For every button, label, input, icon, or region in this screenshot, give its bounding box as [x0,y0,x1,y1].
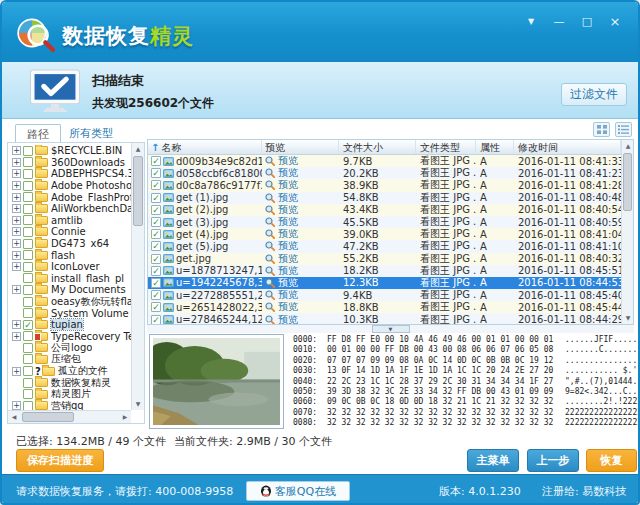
file-row[interactable]: ✓get (1).jpg预览54.8KB看图王 JPG ...A2016-01-… [148,192,621,204]
file-row[interactable]: ✓u=278465244,12382...预览10.3KB看图王 JPG ...… [148,313,621,324]
scroll-down-icon[interactable]: ▼ [622,312,634,324]
tree-checkbox[interactable] [23,262,33,272]
tree-checkbox[interactable] [23,192,33,202]
file-checkbox[interactable]: ✓ [151,302,161,312]
expand-icon[interactable]: + [12,251,21,260]
tree-checkbox[interactable] [23,378,33,388]
maximize-icon[interactable]: □ [578,14,596,30]
column-header[interactable]: 文件类型 [416,140,476,154]
close-icon[interactable]: × [606,14,624,30]
tree-item[interactable]: +✓tupian [9,319,131,331]
tree-item[interactable]: +$RECYCLE.BIN [9,145,131,157]
window-menu-icon[interactable]: ▼ [522,14,540,30]
file-row[interactable]: ✓get (5).jpg预览47.2KB看图王 JPG ...A2016-01-… [148,240,621,252]
thumbnail-view-icon[interactable] [593,122,610,137]
file-row[interactable]: ✓get (3).jpg预览45.5KB看图王 JPG ...A2016-01-… [148,216,621,228]
expand-icon[interactable]: + [12,181,21,190]
tree-checkbox[interactable] [23,204,33,214]
tree-checkbox[interactable] [23,146,33,156]
file-row[interactable]: ✓get (2).jpg预览43.4KB看图王 JPG ...A2016-01-… [148,204,621,216]
tree-checkbox[interactable] [23,157,33,167]
file-row[interactable]: ✓d0c8a786c9177f3e4...预览38.9KB看图王 JPG ...… [148,179,621,191]
expand-icon[interactable]: + [12,193,21,202]
file-checkbox[interactable]: ✓ [151,229,161,239]
scroll-up-icon[interactable]: ▲ [622,140,634,152]
preview-link[interactable]: 预览 [262,313,339,324]
tab-all-types[interactable]: 所有类型 [69,126,113,141]
save-scan-progress-button[interactable]: 保存扫描进度 [16,449,104,472]
tree-checkbox[interactable] [23,169,33,179]
expand-icon[interactable]: + [12,204,21,213]
file-checkbox[interactable]: ✓ [151,168,161,178]
file-row[interactable]: ✓u=1878713247,1242...预览18.2KB看图王 JPG ...… [148,265,621,277]
file-checkbox[interactable]: ✓ [151,193,161,203]
detail-view-icon[interactable] [615,122,632,137]
file-row[interactable]: ✓d058ccbf6c81800a0...预览20.2KB看图王 JPG ...… [148,167,621,179]
expand-icon[interactable]: + [12,158,21,167]
tree-item[interactable]: +flash [9,249,131,261]
file-checkbox[interactable]: ✓ [151,266,161,276]
scroll-up-icon[interactable]: ▲ [132,143,144,155]
tree-checkbox[interactable] [23,250,33,260]
tree-checkbox[interactable] [23,389,33,399]
tree-item[interactable]: +AliWorkbenchData [9,203,131,215]
file-checkbox[interactable]: ✓ [151,156,161,166]
expand-icon[interactable]: + [12,401,21,410]
expand-icon[interactable]: + [12,146,21,155]
tree-item[interactable]: oeasy教你玩转flas [9,296,131,308]
tree-item[interactable]: +360Downloads [9,157,131,169]
expand-icon[interactable]: + [12,239,21,248]
tree-checkbox[interactable] [23,308,33,318]
tree-item[interactable]: +Adobe Photoshop C [9,180,131,192]
qq-support-button[interactable]: 客服QQ在线 [246,481,350,501]
file-checkbox[interactable]: ✓ [151,278,161,288]
column-header[interactable]: 预览 [262,140,339,154]
tree-item[interactable]: +营销qq [9,400,131,410]
tree-item[interactable]: +Adobe_FlashProfes [9,191,131,203]
expand-icon[interactable]: + [12,262,21,271]
previous-step-button[interactable]: 上一步 [527,449,579,472]
tree-item[interactable]: install_flash_pl [9,273,131,285]
expand-icon[interactable]: + [12,367,21,376]
column-header[interactable]: 属性 [476,140,514,154]
file-checkbox[interactable]: ✓ [151,290,161,300]
tree-item[interactable]: +ADBEPHSPCS4.39402 [9,168,131,180]
tree-checkbox[interactable] [23,227,33,237]
tree-checkbox[interactable] [23,181,33,191]
tree-checkbox[interactable]: ✓ [23,320,33,330]
file-checkbox[interactable]: ✓ [151,315,161,324]
tree-checkbox[interactable] [23,354,33,364]
scroll-left-icon[interactable]: ◀ [8,411,20,423]
tree-checkbox[interactable] [23,366,33,376]
scroll-down-icon[interactable]: ▼ [132,398,144,410]
tree-checkbox[interactable] [23,343,33,353]
file-checkbox[interactable]: ✓ [151,205,161,215]
table-vertical-scrollbar[interactable]: ▲ ▼ [621,140,633,324]
splitter-handle[interactable]: ▼ [372,325,410,333]
file-row[interactable]: ✓d009b34e9c82d1584...预览9.7KB看图王 JPG ...A… [148,155,621,167]
file-row[interactable]: ✓get (4).jpg预览39.0KB看图王 JPG ...A2016-01-… [148,228,621,240]
expand-icon[interactable]: + [12,169,21,178]
tree-checkbox[interactable] [23,401,33,410]
file-row[interactable]: ✓get.jpg预览55.2KB看图王 JPG ...A2016-01-11 0… [148,253,621,265]
expand-icon[interactable]: + [12,227,21,236]
recover-button[interactable]: 恢复 [586,449,637,472]
tree-item[interactable]: +IconLover [9,261,131,273]
tree-item[interactable]: +amtlib [9,215,131,227]
column-header[interactable]: 文件大小 [339,140,416,154]
main-menu-button[interactable]: 主菜单 [467,449,519,472]
tree-checkbox[interactable] [23,331,33,341]
tree-checkbox[interactable] [23,297,33,307]
column-header[interactable]: 修改时间 [514,140,621,154]
file-checkbox[interactable]: ✓ [151,241,161,251]
column-header[interactable]: ↑名称 [148,140,262,154]
expand-icon[interactable]: + [12,332,21,341]
file-row[interactable]: ✓u=2272885551,2183...预览9.4KB看图王 JPG ...A… [148,289,621,301]
tree-checkbox[interactable] [23,239,33,249]
tree-horizontal-scrollbar[interactable]: ◀ ▶ [8,410,131,423]
tree-checkbox[interactable] [23,215,33,225]
filter-files-button[interactable]: 过滤文件 [561,83,627,106]
tree-vertical-scrollbar[interactable]: ▲ ▼ [131,143,144,410]
file-checkbox[interactable]: ✓ [151,180,161,190]
tree-checkbox[interactable] [23,285,33,295]
